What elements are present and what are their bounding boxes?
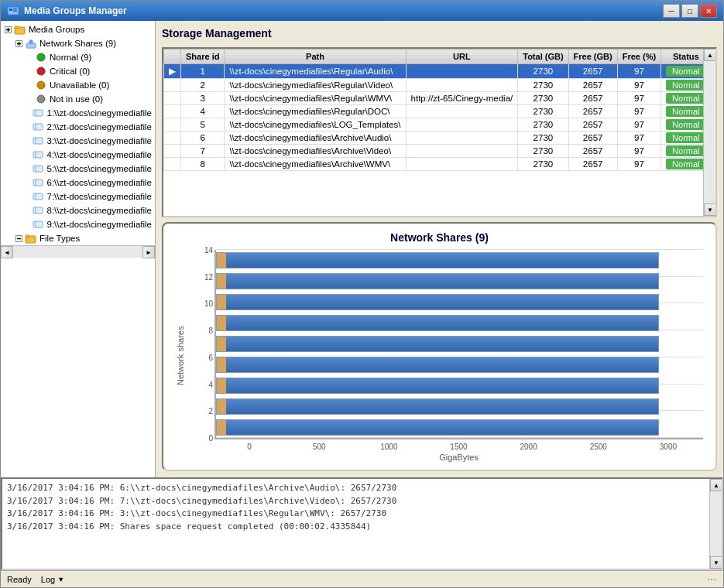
log-label: Log ▼ (41, 575, 64, 584)
table-header[interactable] (164, 50, 181, 64)
x-tick-label: 2500 (564, 443, 633, 451)
bar-outer (216, 378, 659, 393)
svg-rect-35 (33, 221, 43, 227)
table-row[interactable]: 2\\zt-docs\cinegymediafiles\Regular\Vide… (164, 79, 704, 92)
share-free-pct: 97 (617, 105, 661, 118)
tree-icon-network (25, 37, 37, 50)
table-header[interactable]: URL (406, 50, 518, 64)
table-row[interactable]: 7\\zt-docs\cinegymediafiles\Archive\Vide… (164, 145, 704, 158)
row-indicator (164, 158, 181, 171)
hscroll-right[interactable]: ► (142, 246, 155, 258)
tree-item-4[interactable]: Unavailable (0) (1, 78, 155, 92)
table-row[interactable]: 6\\zt-docs\cinegymediafiles\Archive\Audi… (164, 132, 704, 145)
tree-item-8[interactable]: 3:\\zt-docs\cinegymediafile (1, 134, 155, 148)
status-bar: Ready Log ▼ ··· (1, 570, 723, 587)
scroll-down-btn[interactable]: ▼ (704, 203, 716, 216)
svg-rect-29 (33, 179, 43, 186)
chart-grid: 02468101214 (214, 250, 703, 439)
minimize-button[interactable]: ─ (663, 4, 680, 18)
storage-title: Storage Management (162, 27, 717, 39)
tree-icon-dot-red (35, 65, 47, 77)
sidebar[interactable]: Media GroupsNetwork Shares (9)Normal (9)… (1, 21, 156, 477)
table-inner[interactable]: Share idPathURLTotal (GB)Free (GB)Free (… (163, 49, 703, 216)
svg-rect-3 (13, 11, 17, 12)
expand-icon[interactable] (13, 38, 24, 49)
bar-outer (216, 315, 659, 330)
table-header[interactable]: Total (GB) (518, 50, 568, 64)
tree-item-13[interactable]: 8:\\zt-docs\cinegymediafile (1, 203, 155, 217)
share-path: \\zt-docs\cinegymediafiles\Archive\Audio… (225, 132, 406, 145)
table-header[interactable]: Free (%) (617, 50, 661, 64)
share-free-pct: 97 (617, 158, 661, 171)
table-row[interactable]: 5\\zt-docs\cinegymediafiles\LOG_Template… (164, 118, 704, 132)
table-row[interactable]: 4\\zt-docs\cinegymediafiles\Regular\DOC\… (164, 105, 704, 118)
main-content: Media GroupsNetwork Shares (9)Normal (9)… (1, 21, 723, 477)
scroll-up-btn[interactable]: ▲ (704, 49, 716, 61)
share-url (406, 118, 518, 132)
hscroll-track[interactable] (13, 246, 142, 258)
tree-item-10[interactable]: 5:\\zt-docs\cinegymediafile (1, 162, 155, 176)
row-indicator (164, 79, 181, 92)
expand-icon[interactable] (2, 24, 13, 35)
tree-item-11[interactable]: 6:\\zt-docs\cinegymediafile (1, 176, 155, 190)
log-line: 3/16/2017 3:04:16 PM: 6:\\zt-docs\cinegy… (7, 482, 705, 495)
sidebar-hscroll[interactable]: ◄► (1, 245, 155, 258)
tree-item-3[interactable]: Critical (0) (1, 64, 155, 78)
bar-outer (216, 252, 659, 268)
tree-item-2[interactable]: Normal (9) (1, 50, 155, 64)
tree-item-15[interactable]: File Types (1, 231, 155, 245)
tree-item-5[interactable]: Not in use (0) (1, 92, 155, 106)
tree-item-6[interactable]: 1:\\zt-docs\cinegymediafile (1, 106, 155, 120)
log-scroll-track[interactable] (710, 491, 722, 556)
table-row[interactable]: 8\\zt-docs\cinegymediafiles\Archive\WMV\… (164, 158, 704, 171)
table-header[interactable]: Status (661, 50, 703, 64)
share-status: Normal (661, 92, 703, 105)
bar-fill (226, 274, 658, 288)
share-status: Normal (661, 158, 703, 171)
tree-item-12[interactable]: 7:\\zt-docs\cinegymediafile (1, 190, 155, 203)
share-id: 1 (181, 64, 225, 79)
table-header[interactable]: Free (GB) (568, 50, 617, 64)
tree-icon-folder (14, 23, 26, 36)
row-indicator (164, 118, 181, 132)
maximize-button[interactable]: □ (681, 4, 698, 18)
log-scroll-down[interactable]: ▼ (710, 556, 722, 569)
share-free-pct: 97 (617, 64, 661, 79)
table-header[interactable]: Share id (181, 50, 225, 64)
tree-label: 9:\\zt-docs\cinegymediafile (46, 220, 152, 229)
tree-item-0[interactable]: Media Groups (1, 22, 155, 36)
share-url (406, 79, 518, 92)
log-dropdown-icon[interactable]: ▼ (57, 576, 64, 583)
svg-point-16 (37, 67, 45, 75)
log-area[interactable]: 3/16/2017 3:04:16 PM: 6:\\zt-docs\cinegy… (2, 479, 709, 569)
window-title: Media Groups Manager (24, 5, 127, 16)
table-row[interactable]: 3\\zt-docs\cinegymediafiles\Regular\WMV\… (164, 92, 704, 105)
bar-fill (226, 295, 658, 309)
svg-rect-12 (26, 43, 36, 48)
share-path: \\zt-docs\cinegymediafiles\LOG_Templates… (225, 118, 406, 132)
x-tick-label: 2000 (494, 443, 564, 451)
table-row[interactable]: ▶1\\zt-docs\cinegymediafiles\Regular\Aud… (164, 64, 704, 79)
share-total: 2730 (518, 118, 568, 132)
table-header[interactable]: Path (225, 50, 406, 64)
tree-item-7[interactable]: 2:\\zt-docs\cinegymediafile (1, 120, 155, 134)
tree-icon-folder (25, 232, 37, 244)
close-button[interactable]: ✕ (700, 4, 717, 18)
expand-icon[interactable] (13, 233, 24, 244)
table-scrollbar[interactable]: ▲ ▼ (703, 49, 715, 216)
bar-start-marker (217, 337, 226, 350)
bar-row (216, 271, 703, 292)
tree-item-14[interactable]: 9:\\zt-docs\cinegymediafile (1, 217, 155, 231)
log-scroll-up[interactable]: ▲ (710, 479, 722, 491)
hscroll-left[interactable]: ◄ (1, 246, 13, 258)
svg-rect-21 (33, 124, 43, 130)
content-area: Storage Management Share idPathURLTotal … (156, 21, 723, 477)
log-scrollbar[interactable]: ▲ ▼ (709, 479, 722, 569)
share-total: 2730 (518, 79, 568, 92)
share-free-gb: 2657 (568, 158, 617, 171)
tree-item-9[interactable]: 4:\\zt-docs\cinegymediafile (1, 148, 155, 162)
bar-row (216, 313, 703, 333)
y-tick-label: 14 (191, 246, 213, 255)
scroll-track[interactable] (704, 61, 715, 203)
tree-item-1[interactable]: Network Shares (9) (1, 36, 155, 50)
